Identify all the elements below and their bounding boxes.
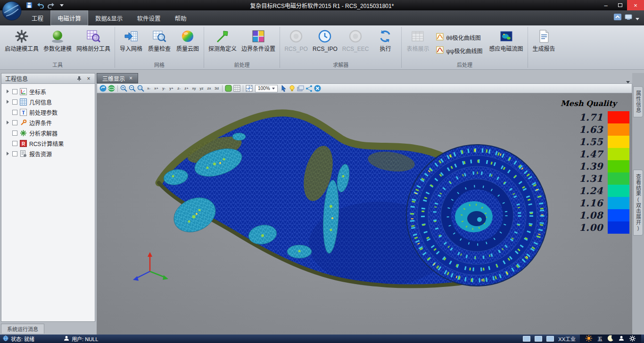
detect-angle-button[interactable]: 探测角定义 <box>206 27 239 61</box>
zoom-window-icon[interactable] <box>137 84 145 92</box>
checkbox[interactable] <box>12 141 17 146</box>
launch-modeling-button[interactable]: 启动建模工具 <box>2 27 41 61</box>
save-icon[interactable] <box>25 1 34 9</box>
qat-customize-icon[interactable] <box>57 1 66 9</box>
psi-curve-button[interactable]: ψψ极化曲线图 <box>434 45 484 56</box>
redo-icon[interactable] <box>46 1 56 9</box>
person-icon[interactable] <box>619 335 624 342</box>
mesh-tool-button[interactable]: 网格剖分工具 <box>74 27 113 61</box>
orbit-view-icon[interactable] <box>107 84 116 92</box>
viewport-3d[interactable]: Mesh Quality 1.71 1.63 1.55 1.47 1.39 1.… <box>97 93 632 335</box>
taskbar-window-icon[interactable] <box>546 336 554 342</box>
expand-arrow-icon[interactable] <box>5 152 10 155</box>
checkbox[interactable] <box>12 99 17 105</box>
expand-arrow-icon[interactable] <box>5 121 10 124</box>
menu-tab-settings[interactable]: 软件设置 <box>130 10 167 25</box>
light-icon[interactable] <box>288 84 296 92</box>
menu-more-icon[interactable] <box>636 14 639 22</box>
close-button[interactable]: × <box>627 0 644 10</box>
curve-chart-icon <box>436 46 444 55</box>
tab-close-icon[interactable]: × <box>129 76 132 81</box>
legend-row: 1.00 <box>559 221 629 234</box>
view-z-plus-button[interactable]: z+ <box>183 84 190 92</box>
rotate-view-icon[interactable] <box>99 84 107 92</box>
table-view-button[interactable]: 表格展示 <box>404 27 432 61</box>
button-label: 启动建模工具 <box>5 46 39 52</box>
menu-tab-project[interactable]: 工程 <box>25 10 50 25</box>
dock-tab-properties[interactable]: 属性信息 <box>633 86 643 117</box>
parametric-modeling-button[interactable]: 参数化建模 <box>41 27 74 61</box>
theta-curve-button[interactable]: θθ极化曲线图 <box>434 32 484 43</box>
checkbox[interactable] <box>12 120 17 125</box>
display-style-icon[interactable] <box>625 14 632 22</box>
zoom-out-icon[interactable] <box>128 84 136 92</box>
pin-icon[interactable] <box>75 75 83 82</box>
status-text: 状态: 就绪 <box>11 335 34 343</box>
view-x-plus-button[interactable]: x+ <box>153 84 160 92</box>
document-tab-bar: 三维显示 × <box>97 73 644 83</box>
maximize-button[interactable] <box>613 0 627 10</box>
rcs-po-button[interactable]: RCS_PO <box>282 27 310 61</box>
expand-arrow-icon[interactable] <box>5 100 10 104</box>
ribbon-group-solver: RCS_PO RCS_IPO RCS_EEC 执行 求解器 <box>281 25 401 69</box>
tree-item-rcs-results[interactable]: R RCS计算结果 <box>1 138 95 148</box>
checkbox[interactable] <box>12 151 17 156</box>
menu-tab-help[interactable]: 帮助 <box>167 10 193 25</box>
tree-item-coordinate-system[interactable]: 坐标系 <box>1 86 95 97</box>
minimize-button[interactable]: – <box>599 0 613 10</box>
layers-icon[interactable] <box>297 84 305 92</box>
quality-cloud-button[interactable]: 质量云图 <box>173 27 202 61</box>
app-window: 复杂目标RCS电磁分析软件2015 R1 - RCS_2015031801* –… <box>0 0 644 343</box>
button-label: RCS_EEC <box>342 46 369 52</box>
cancel-icon[interactable] <box>314 84 322 92</box>
app-logo-icon[interactable] <box>1 0 22 21</box>
checkbox[interactable] <box>12 89 17 94</box>
tree-item-report-resources[interactable]: 报告资源 <box>1 148 95 159</box>
view-y-minus-button[interactable]: y- <box>160 84 167 92</box>
zoom-level-combobox[interactable]: 100% <box>255 85 278 92</box>
mesh-model <box>97 93 632 335</box>
tree-item-analysis-solver[interactable]: 分析求解器 <box>1 128 95 138</box>
legend-swatch <box>608 185 629 197</box>
share-icon[interactable] <box>305 84 313 92</box>
em-current-map-button[interactable]: 感应电磁流图 <box>487 27 526 61</box>
import-mesh-button[interactable]: 导入网格 <box>117 27 145 61</box>
gear-icon[interactable] <box>629 335 636 343</box>
rcs-ipo-button[interactable]: RCS_IPO <box>310 27 340 61</box>
menu-tab-em-compute[interactable]: 电磁计算 <box>50 10 88 25</box>
tree-item-geometry-info[interactable]: 几何信息 <box>1 97 95 107</box>
pointer-icon[interactable] <box>280 84 288 92</box>
view-yz-button[interactable]: yz <box>198 84 205 92</box>
button-label: 探测角定义 <box>208 46 237 52</box>
rcs-eec-button[interactable]: RCS_EEC <box>340 27 372 61</box>
taskbar-window-icon[interactable] <box>535 336 542 342</box>
expand-arrow-icon[interactable] <box>5 90 10 93</box>
tab-system-messages[interactable]: 系统运行消息 <box>1 324 44 334</box>
checkbox[interactable] <box>12 131 17 136</box>
execute-button[interactable]: 执行 <box>371 27 399 61</box>
grid-toggle-icon[interactable] <box>233 84 241 92</box>
dock-tab-view-results[interactable]: 查看结果(双击展开) <box>633 170 643 236</box>
collapse-ribbon-icon[interactable] <box>614 14 621 22</box>
generate-report-button[interactable]: 生成报告 <box>530 27 558 61</box>
zoom-in-icon[interactable] <box>120 84 128 92</box>
view-xy-button[interactable]: xy <box>190 84 198 92</box>
view-z-minus-button[interactable]: z- <box>175 84 182 92</box>
menu-tab-data-display[interactable]: 数据&显示 <box>88 10 130 25</box>
wireframe-toggle-icon[interactable] <box>245 84 253 92</box>
undo-icon[interactable] <box>35 1 45 9</box>
view-iso-button[interactable]: 3d <box>213 84 220 92</box>
panel-close-icon[interactable]: × <box>85 75 92 82</box>
tab-3d-display[interactable]: 三维显示 × <box>97 73 138 83</box>
shaded-toggle-icon[interactable] <box>224 84 232 92</box>
quality-check-button[interactable]: 质量检查 <box>145 27 173 61</box>
view-y-plus-button[interactable]: y+ <box>168 84 175 92</box>
taskbar-window-icon[interactable] <box>523 336 530 342</box>
checkbox[interactable] <box>12 110 17 115</box>
view-zx-button[interactable]: zx <box>206 84 213 92</box>
tree-item-preprocess-params[interactable]: T 前处理参数 <box>1 107 95 117</box>
tree-item-boundary-conditions[interactable]: 边界条件 <box>1 117 95 128</box>
group-divider <box>280 27 280 68</box>
view-x-minus-button[interactable]: x- <box>145 84 152 92</box>
boundary-settings-button[interactable]: 边界条件设置 <box>239 27 278 61</box>
